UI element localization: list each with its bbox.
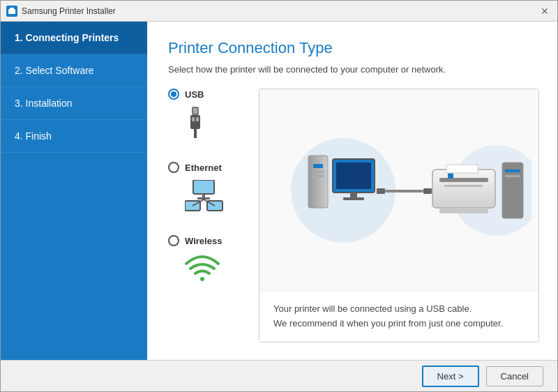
sidebar-item-step2[interactable]: 2. Select Software (1, 54, 147, 87)
ethernet-option[interactable]: Ethernet (168, 162, 252, 214)
preview-desc-1: Your printer will be connected using a U… (273, 302, 525, 317)
preview-desc-2: We recommend it when you print from just… (273, 317, 525, 331)
usb-radio[interactable] (168, 89, 179, 100)
footer: Next > Cancel (1, 360, 557, 391)
preview-text: Your printer will be connected using a U… (259, 291, 538, 342)
svg-rect-31 (444, 185, 483, 187)
options-list: USB (168, 89, 259, 342)
svg-rect-23 (336, 163, 371, 189)
window-title: Samsung Printer Installer (22, 6, 116, 16)
usb-label: USB (185, 89, 204, 100)
svg-rect-6 (196, 117, 199, 121)
svg-point-15 (200, 277, 204, 281)
cancel-button[interactable]: Cancel (486, 366, 543, 386)
svg-rect-18 (308, 156, 328, 208)
svg-rect-8 (193, 180, 214, 194)
usb-icon (185, 107, 206, 141)
sidebar-item-step1[interactable]: 1. Connecting Printers (1, 22, 147, 54)
svg-rect-21 (312, 175, 324, 177)
sidebar-item-step4[interactable]: 4. Finish (1, 120, 147, 153)
svg-rect-9 (202, 194, 205, 197)
ethernet-icon (185, 180, 223, 214)
wireless-radio-row: Wireless (168, 235, 222, 246)
svg-rect-28 (423, 188, 432, 194)
preview-image (259, 89, 538, 291)
page-subtitle: Select how the printer will be connected… (168, 64, 539, 75)
usb-option[interactable]: USB (168, 89, 252, 141)
ethernet-radio[interactable] (168, 162, 179, 173)
page-title: Printer Connection Type (168, 39, 539, 57)
wireless-icon (185, 253, 220, 284)
svg-rect-4 (190, 115, 200, 129)
svg-rect-29 (432, 169, 495, 208)
svg-rect-36 (505, 169, 520, 172)
wireless-option[interactable]: Wireless (168, 235, 252, 284)
svg-rect-20 (312, 171, 324, 173)
app-icon (6, 6, 17, 17)
main-content: Printer Connection Type Select how the p… (147, 22, 557, 360)
title-bar-left: Samsung Printer Installer (6, 6, 116, 17)
wireless-radio[interactable] (168, 235, 179, 246)
svg-rect-10 (197, 197, 210, 199)
ethernet-label: Ethernet (185, 163, 222, 173)
wireless-label: Wireless (185, 236, 222, 246)
svg-rect-1 (10, 8, 14, 10)
next-button[interactable]: Next > (422, 365, 479, 387)
title-bar: Samsung Printer Installer ✕ (1, 1, 557, 22)
svg-rect-19 (313, 164, 323, 168)
svg-rect-32 (448, 173, 453, 179)
svg-rect-27 (385, 190, 423, 193)
sidebar: 1. Connecting Printers 2. Select Softwar… (1, 22, 147, 360)
content-area: 1. Connecting Printers 2. Select Softwar… (1, 22, 557, 360)
svg-rect-30 (439, 178, 488, 182)
close-button[interactable]: ✕ (538, 4, 552, 18)
svg-rect-26 (377, 188, 385, 194)
svg-rect-33 (446, 165, 478, 173)
svg-rect-37 (505, 175, 520, 177)
svg-rect-25 (343, 197, 364, 200)
installer-window: Samsung Printer Installer ✕ 1. Connectin… (0, 0, 558, 392)
preview-box: Your printer will be connected using a U… (259, 89, 539, 342)
usb-illustration (266, 135, 531, 246)
svg-rect-7 (194, 129, 197, 138)
usb-radio-row: USB (168, 89, 204, 100)
connection-area: USB (168, 89, 539, 342)
svg-rect-34 (439, 208, 488, 213)
svg-rect-3 (193, 108, 197, 114)
svg-rect-0 (8, 9, 15, 14)
svg-rect-24 (350, 193, 357, 198)
sidebar-item-step3[interactable]: 3. Installation (1, 87, 147, 120)
svg-rect-5 (192, 117, 195, 121)
ethernet-radio-row: Ethernet (168, 162, 222, 173)
